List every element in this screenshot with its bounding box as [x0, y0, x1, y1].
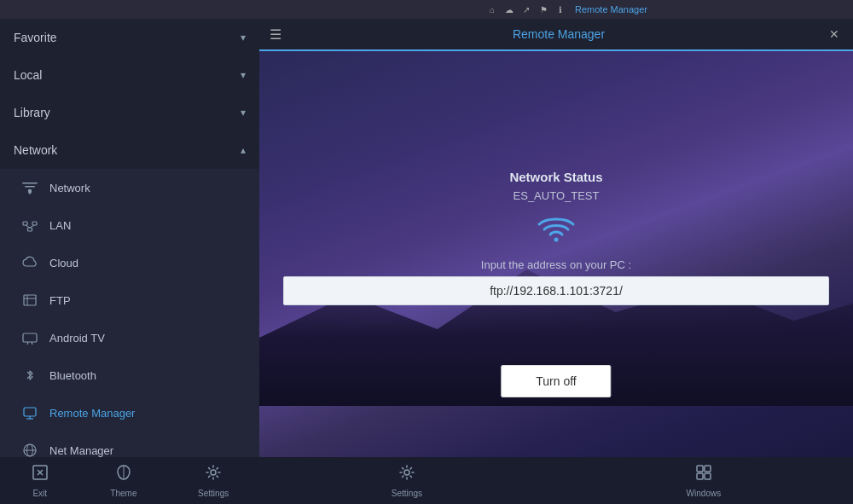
svg-rect-15 [24, 408, 36, 416]
sidebar-item-bluetooth[interactable]: Bluetooth [0, 356, 259, 394]
svg-rect-12 [23, 333, 37, 342]
sidebar-network-chevron: ▴ [241, 144, 246, 156]
sidebar-local-label: Local [14, 68, 42, 82]
bluetooth-icon [20, 366, 39, 385]
remote-manager-header: ☰ Remote Manager ✕ [259, 19, 853, 51]
sidebar: Favorite ▾ Local ▾ Library ▾ Network ▴ [0, 19, 259, 457]
sidebar-item-network[interactable]: Network [0, 169, 259, 206]
content-area: ☰ Remote Manager ✕ Network Status ES_AUT… [259, 19, 853, 457]
settings-sidebar-button[interactable]: Settings [188, 460, 239, 501]
sidebar-favorite-label: Favorite [14, 31, 57, 44]
exit-label: Exit [32, 489, 47, 498]
svg-point-21 [554, 237, 559, 241]
windows-label: Windows [687, 489, 722, 498]
sidebar-section-local[interactable]: Local ▾ [0, 56, 259, 94]
svg-rect-6 [32, 222, 37, 225]
svg-point-26 [211, 470, 216, 475]
flag-icon: ⚑ [537, 3, 549, 15]
hamburger-menu-icon[interactable]: ☰ [270, 26, 281, 43]
main-container: Favorite ▾ Local ▾ Library ▾ Network ▴ [0, 19, 853, 457]
sidebar-item-remote-manager[interactable]: Remote Manager [0, 394, 259, 432]
svg-rect-28 [697, 466, 703, 472]
svg-rect-29 [705, 466, 711, 472]
theme-icon [114, 463, 133, 486]
exit-icon [31, 463, 49, 486]
content-settings-icon [397, 463, 416, 486]
settings-sidebar-label: Settings [198, 489, 229, 498]
share-icon: ↗ [520, 3, 532, 15]
svg-point-3 [29, 192, 32, 194]
sidebar-favorite-chevron: ▾ [241, 32, 246, 43]
cloud-icon: ☁ [503, 3, 515, 15]
sidebar-network-subsection: Network LAN [0, 169, 259, 457]
address-label: Input the address on your PC : [481, 258, 631, 271]
svg-rect-1 [25, 186, 35, 188]
turn-off-button[interactable]: Turn off [501, 365, 611, 397]
network-ssid: ES_AUTO_TEST [514, 189, 600, 202]
home-icon: ⌂ [486, 3, 498, 15]
network-icon [20, 178, 39, 197]
content-settings-button[interactable]: Settings [381, 460, 432, 501]
settings-sidebar-icon [204, 463, 223, 486]
remote-manager-icon [20, 403, 39, 422]
sidebar-local-chevron: ▾ [241, 69, 246, 81]
remote-manager-title: Remote Manager [292, 27, 826, 41]
net-manager-item-label: Net Manager [49, 444, 113, 457]
svg-rect-31 [705, 473, 711, 479]
android-tv-icon [20, 328, 39, 347]
sidebar-item-net-manager[interactable]: Net Manager [0, 432, 259, 457]
wifi-icon [535, 212, 577, 245]
info-icon: ℹ [554, 3, 566, 15]
cloud-sidebar-icon [20, 253, 39, 272]
windows-button[interactable]: Windows [676, 460, 732, 501]
theme-label: Theme [110, 489, 136, 498]
title-bar: ⌂ ☁ ↗ ⚑ ℹ Remote Manager [0, 0, 853, 19]
ftp-icon [20, 291, 39, 310]
address-box: ftp://192.168.1.101:3721/ [283, 276, 829, 305]
sidebar-item-android-tv[interactable]: Android TV [0, 319, 259, 356]
cloud-item-label: Cloud [49, 257, 78, 269]
sidebar-section-library[interactable]: Library ▾ [0, 94, 259, 131]
svg-rect-4 [23, 222, 27, 225]
net-manager-icon [20, 441, 39, 457]
bottom-toolbar: Exit Theme Settings [0, 457, 853, 504]
sidebar-item-ftp[interactable]: FTP [0, 281, 259, 319]
svg-rect-5 [28, 228, 32, 231]
sidebar-library-chevron: ▾ [241, 107, 246, 119]
network-item-label: Network [49, 182, 90, 194]
svg-line-8 [30, 225, 35, 228]
exit-button[interactable]: Exit [20, 460, 60, 501]
sidebar-item-lan[interactable]: LAN [0, 206, 259, 244]
svg-point-27 [404, 470, 409, 475]
network-status-card: Network Status ES_AUTO_TEST Input the ad… [283, 170, 829, 305]
bluetooth-item-label: Bluetooth [49, 369, 96, 382]
theme-button[interactable]: Theme [100, 460, 147, 501]
titlebar-app-label: Remote Manager [575, 4, 647, 14]
title-bar-icons: ⌂ ☁ ↗ ⚑ ℹ Remote Manager [486, 3, 647, 15]
ftp-item-label: FTP [49, 294, 71, 307]
remote-manager-content: Network Status ES_AUTO_TEST Input the ad… [259, 51, 853, 457]
svg-rect-30 [697, 473, 703, 479]
sidebar-library-label: Library [14, 106, 50, 119]
sidebar-section-favorite[interactable]: Favorite ▾ [0, 19, 259, 56]
content-bottom-toolbar: Settings Windows [259, 457, 853, 504]
close-icon[interactable]: ✕ [826, 26, 843, 43]
lan-icon [20, 216, 39, 235]
lan-item-label: LAN [49, 219, 71, 232]
sidebar-section-network[interactable]: Network ▴ [0, 131, 259, 169]
sidebar-bottom-toolbar: Exit Theme Settings [0, 457, 259, 504]
content-settings-label: Settings [392, 489, 422, 498]
svg-rect-2 [22, 182, 38, 184]
sidebar-network-label: Network [14, 143, 57, 157]
svg-line-7 [26, 225, 31, 228]
remote-manager-item-label: Remote Manager [49, 407, 135, 420]
network-status-title: Network Status [509, 170, 602, 184]
sidebar-item-cloud[interactable]: Cloud [0, 244, 259, 281]
windows-icon [694, 463, 713, 486]
android-tv-item-label: Android TV [49, 332, 105, 345]
svg-rect-9 [24, 295, 36, 305]
